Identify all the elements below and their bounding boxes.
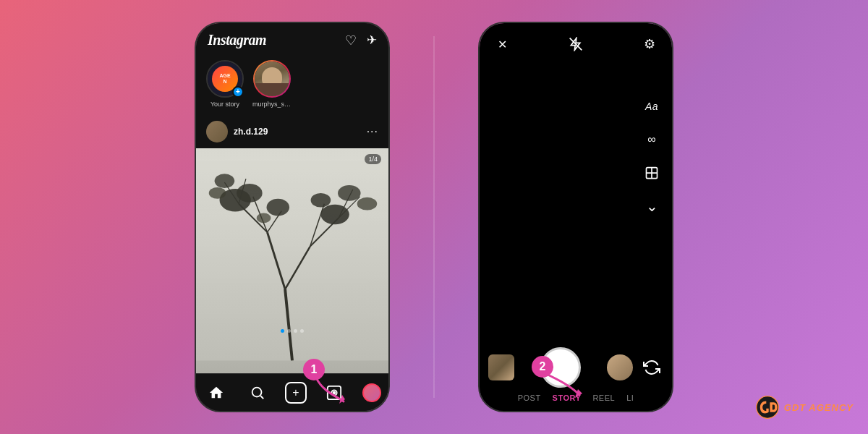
nav-search[interactable] [244,380,271,406]
chevron-down-icon[interactable]: ⌄ [642,196,662,216]
friend-story-item[interactable]: murphys_sketch... [252,60,292,108]
dot-2 [287,329,291,333]
annotation-2: 2 [532,356,553,378]
right-phone: ✕ ⚙ Aa ∞ [478,22,673,412]
camera-side-tools: Aa ∞ ⌄ [642,96,662,216]
stories-row: AGEN + Your story [196,54,388,115]
gallery-thumbnail[interactable] [488,354,514,380]
gallery-thumb-image [488,354,514,380]
messenger-icon[interactable]: ✈ [367,33,377,48]
svg-point-16 [267,199,290,216]
phones-divider [433,36,435,398]
bottom-nav: + [196,373,388,411]
post-avatar [206,121,228,142]
dot-1 [281,329,284,333]
header-icons: ♡ ✈ [345,33,377,48]
svg-line-24 [260,396,263,399]
svg-point-14 [237,184,262,203]
svg-point-23 [252,387,261,396]
nav-add-button[interactable]: + [285,382,307,404]
annotation-number-2: 2 [540,360,546,373]
annotation-number-1: 1 [311,363,318,376]
annotation-1: 1 [303,359,325,380]
carousel-dots [281,329,304,333]
svg-point-17 [320,205,349,225]
your-story-avatar-wrap: AGEN + [206,60,244,98]
camera-header: ✕ ⚙ [480,23,672,61]
heart-icon[interactable]: ♡ [345,33,357,48]
tree-branches-svg [196,148,388,373]
gdt-agency-branding: GDT AGENCY [755,395,854,420]
instagram-logo: Instagram [208,32,266,48]
friend-story-avatar-wrap [253,60,291,98]
left-phone: Instagram ♡ ✈ [195,22,390,412]
add-story-button[interactable]: + [232,86,244,98]
circle-2: 2 [532,356,553,378]
circle-1: 1 [303,359,325,380]
mode-live[interactable]: LI [626,393,634,402]
settings-icon[interactable]: ⚙ [639,33,660,55]
flash-off-icon[interactable] [565,33,587,55]
svg-point-22 [257,213,271,223]
arrow-1-icon [315,376,346,404]
dot-4 [300,329,304,333]
svg-point-21 [357,197,378,210]
instagram-header: Instagram ♡ ✈ [196,23,388,54]
friend-story-avatar [253,60,291,98]
post-counter: 1/4 [365,154,381,164]
dot-3 [294,329,297,333]
post-more-button[interactable]: ··· [367,125,378,138]
post-image: 1/4 [196,148,388,373]
svg-point-15 [215,174,235,188]
svg-point-19 [311,193,331,208]
friend-photo [255,61,289,96]
gallery-thumb-image-2 [607,354,633,380]
text-tool[interactable]: Aa [642,96,662,116]
mode-reel[interactable]: REEL [592,393,615,402]
mode-post[interactable]: POST [518,393,541,402]
nav-home[interactable] [203,380,229,406]
arrow-2-icon [546,373,582,399]
post-image-content: 1/4 [196,148,388,373]
gallery-thumbnail-2[interactable] [607,354,633,380]
camera-viewfinder: Aa ∞ ⌄ [480,61,672,324]
friend-story-label: murphys_sketch... [252,101,292,108]
post-username: zh.d.129 [234,127,367,137]
close-icon[interactable]: ✕ [491,33,513,55]
post-header: zh.d.129 ··· [196,115,388,148]
boomerang-tool[interactable]: ∞ [642,129,662,150]
layout-tool[interactable] [642,163,662,183]
flip-camera-button[interactable] [640,356,663,379]
your-story-label: Your story [210,101,239,108]
svg-point-20 [209,187,226,199]
your-story-item[interactable]: AGEN + Your story [206,60,244,108]
nav-profile[interactable] [362,383,381,402]
svg-point-18 [338,185,361,201]
gdt-agency-label: GDT AGENCY [784,402,854,413]
tree-background [196,148,388,373]
gdt-agency-icon [755,395,780,420]
